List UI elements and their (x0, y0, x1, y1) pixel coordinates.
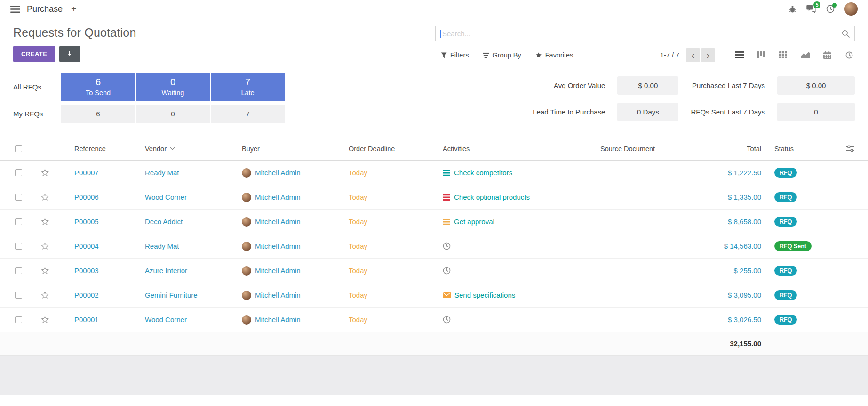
table-row[interactable]: P00005 Deco Addict Mitchell Admin Today … (0, 210, 868, 234)
activity-cell[interactable]: Check optional products (439, 185, 597, 209)
table-row[interactable]: P00007 Ready Mat Mitchell Admin Today Ch… (0, 161, 868, 185)
app-name[interactable]: Purchase (27, 4, 63, 14)
my-rfqs-filter[interactable]: My RFQs (13, 105, 61, 123)
late-label: Late (211, 89, 285, 97)
activity-view-icon[interactable] (845, 51, 855, 59)
total-cell: $ 1,222.50 (677, 161, 767, 185)
order-deadline-cell: Today (343, 308, 439, 332)
group-by-button[interactable]: Group By (483, 51, 521, 59)
pager-next-button[interactable]: › (701, 48, 715, 62)
search-icon (842, 30, 850, 38)
header-source-document[interactable]: Source Document (597, 137, 677, 160)
header-vendor-label: Vendor (145, 145, 167, 153)
favorites-star-icon (535, 52, 542, 58)
favorite-toggle[interactable] (33, 161, 56, 185)
buyer-avatar (242, 193, 251, 202)
row-checkbox[interactable] (15, 169, 22, 176)
content-background (0, 356, 868, 395)
header-vendor[interactable]: Vendor (141, 137, 238, 160)
row-checkbox[interactable] (15, 218, 22, 225)
pager-prev-button[interactable]: ‹ (686, 48, 700, 62)
apps-menu-icon[interactable] (10, 6, 20, 13)
add-icon[interactable]: + (71, 4, 77, 14)
row-checkbox[interactable] (15, 267, 22, 274)
table-row[interactable]: P00004 Ready Mat Mitchell Admin Today $ … (0, 234, 868, 259)
source-document-cell (597, 234, 677, 258)
activity-cell[interactable]: Send specifications (439, 283, 597, 307)
header-buyer[interactable]: Buyer (238, 137, 343, 160)
top-navbar: Purchase + 5 (0, 0, 868, 18)
rfq-list: Reference Vendor Buyer Order Deadline Ac… (0, 137, 868, 356)
pivot-view-icon[interactable] (779, 51, 788, 59)
graph-view-icon[interactable] (801, 51, 811, 59)
my-to-send-count[interactable]: 6 (61, 105, 135, 123)
row-checkbox[interactable] (15, 316, 22, 323)
row-checkbox[interactable] (15, 292, 22, 299)
activity-cell[interactable]: Get approval (439, 210, 597, 234)
pager-range[interactable]: 1-7 / 7 (660, 51, 679, 59)
vendor-cell: Wood Corner (141, 308, 238, 332)
row-checkbox[interactable] (15, 194, 22, 201)
table-row[interactable]: P00002 Gemini Furniture Mitchell Admin T… (0, 283, 868, 308)
star-icon (40, 168, 49, 177)
table-row[interactable]: P00001 Wood Corner Mitchell Admin Today … (0, 308, 868, 332)
group-by-label: Group By (492, 51, 521, 59)
header-status[interactable]: Status (767, 137, 833, 160)
favorite-toggle[interactable] (33, 234, 56, 258)
lead-time-label: Lead Time to Purchase (533, 108, 605, 116)
tasks-icon (443, 194, 450, 201)
reference-cell: P00006 (56, 185, 141, 209)
my-late-count[interactable]: 7 (211, 105, 285, 123)
star-icon (40, 193, 49, 202)
calendar-view-icon[interactable] (823, 51, 833, 59)
total-cell: $ 255.00 (677, 259, 767, 283)
status-badge: RFQ (774, 217, 797, 227)
favorite-toggle[interactable] (33, 210, 56, 234)
activity-label: Send specifications (454, 291, 515, 299)
late-count: 7 (211, 76, 285, 88)
create-button[interactable]: CREATE (13, 46, 55, 62)
to-send-card[interactable]: 6 To Send (61, 73, 135, 101)
rfqs-sent-last-7-days-label: RFQs Sent Last 7 Days (691, 108, 765, 116)
favorite-toggle[interactable] (33, 308, 56, 332)
buyer-name: Mitchell Admin (255, 242, 301, 250)
export-button[interactable] (59, 46, 80, 62)
header-total[interactable]: Total (677, 137, 767, 160)
my-waiting-count[interactable]: 0 (136, 105, 210, 123)
waiting-card[interactable]: 0 Waiting (136, 73, 210, 101)
activity-cell[interactable] (439, 308, 597, 332)
activities-badge-dot (832, 3, 837, 8)
activity-cell[interactable] (439, 234, 597, 258)
select-all-checkbox[interactable] (15, 145, 22, 152)
purchased-last-7-days: $ 0.00 (777, 76, 855, 95)
activities-icon[interactable] (826, 5, 835, 13)
list-view-icon[interactable] (735, 51, 744, 59)
messages-icon[interactable]: 5 (806, 5, 816, 13)
table-row[interactable]: P00006 Wood Corner Mitchell Admin Today … (0, 185, 868, 210)
header-reference[interactable]: Reference (56, 137, 141, 160)
table-row[interactable]: P00003 Azure Interior Mitchell Admin Tod… (0, 259, 868, 283)
activity-cell[interactable]: Check competitors (439, 161, 597, 185)
favorite-toggle[interactable] (33, 185, 56, 209)
sliders-icon (846, 145, 854, 152)
filter-funnel-icon (441, 52, 447, 58)
header-activities[interactable]: Activities (439, 137, 597, 160)
header-order-deadline[interactable]: Order Deadline (343, 137, 439, 160)
purchase-dashboard: All RFQs 6 To Send 0 Waiting 7 Late My R… (0, 69, 868, 136)
debug-bug-icon[interactable] (788, 5, 796, 13)
to-send-count: 6 (61, 76, 135, 88)
activity-cell[interactable] (439, 259, 597, 283)
row-checkbox[interactable] (15, 243, 22, 250)
favorite-toggle[interactable] (33, 283, 56, 307)
user-avatar[interactable] (844, 2, 858, 16)
favorites-button[interactable]: Favorites (535, 51, 573, 59)
favorite-toggle[interactable] (33, 259, 56, 283)
table-body: P00007 Ready Mat Mitchell Admin Today Ch… (0, 161, 868, 332)
filters-button[interactable]: Filters (441, 51, 469, 59)
optional-columns-toggle[interactable] (833, 137, 868, 160)
kanban-view-icon[interactable] (757, 51, 766, 59)
buyer-avatar (242, 315, 251, 325)
all-rfqs-filter[interactable]: All RFQs (13, 73, 61, 101)
search-input[interactable] (441, 30, 842, 38)
late-card[interactable]: 7 Late (211, 73, 285, 101)
